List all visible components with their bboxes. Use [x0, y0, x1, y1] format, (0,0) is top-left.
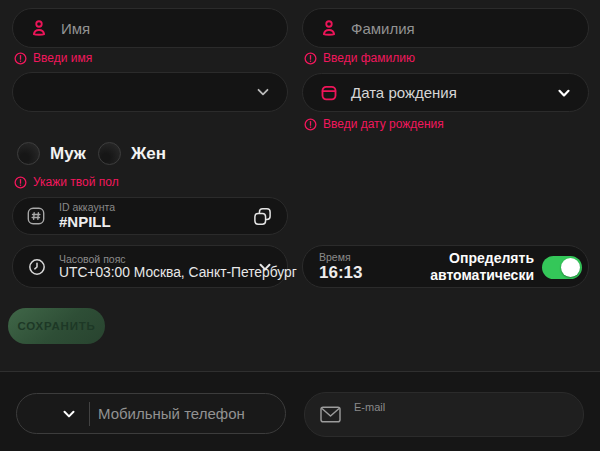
- chevron-down-icon[interactable]: [31, 406, 77, 422]
- first-name-error: Введи имя: [14, 51, 92, 65]
- birth-date-field[interactable]: Дата рождения: [302, 73, 589, 112]
- chevron-down-icon: [257, 259, 273, 275]
- auto-detect-toggle[interactable]: [542, 256, 582, 279]
- time-value: 16:13: [319, 263, 362, 283]
- person-icon: [29, 18, 49, 38]
- chevron-down-icon: [556, 85, 572, 101]
- email-input[interactable]: [354, 414, 569, 436]
- profile-settings-screen: Введи имя Введи фамилию: [0, 0, 600, 451]
- timezone-label: Часовой пояс: [59, 253, 257, 265]
- first-name-field[interactable]: [12, 8, 288, 48]
- contacts-section: E-mail: [0, 372, 600, 451]
- calendar-icon: [319, 83, 339, 103]
- last-name-error: Введи фамилию: [304, 51, 415, 65]
- save-button[interactable]: СОХРАНИТЬ: [8, 308, 105, 344]
- gender-option-male[interactable]: Муж: [17, 142, 86, 165]
- last-name-field[interactable]: [302, 8, 589, 48]
- alert-circle-icon: [304, 52, 317, 65]
- auto-detect-label: Определять автоматически: [406, 249, 534, 284]
- last-name-input[interactable]: [339, 20, 574, 37]
- radio-button-icon: [17, 142, 40, 165]
- last-name-error-text: Введи фамилию: [323, 51, 415, 65]
- gender-female-label: Жен: [131, 144, 166, 164]
- account-id-label: ID аккаунта: [59, 201, 252, 213]
- time-label: Время: [319, 251, 362, 263]
- phone-field[interactable]: [16, 393, 286, 434]
- gender-error-text: Укажи твой пол: [33, 175, 119, 189]
- time-field: Время 16:13 Определять автоматически: [302, 245, 589, 288]
- chevron-down-icon: [255, 84, 271, 100]
- gender-error: Укажи твой пол: [14, 175, 119, 189]
- email-field[interactable]: E-mail: [304, 392, 584, 437]
- copy-icon[interactable]: [252, 206, 273, 227]
- phone-input[interactable]: [98, 405, 271, 422]
- alert-circle-icon: [14, 52, 27, 65]
- empty-select-field[interactable]: [12, 72, 288, 112]
- timezone-field[interactable]: Часовой пояс UTC+03:00 Москва, Санкт-Пет…: [12, 245, 288, 288]
- email-label: E-mail: [354, 401, 569, 414]
- gender-male-label: Муж: [50, 144, 86, 164]
- hash-icon: [25, 205, 47, 227]
- first-name-input[interactable]: [49, 20, 273, 37]
- account-id-value: #NPILL: [59, 213, 252, 230]
- account-id-field: ID аккаунта #NPILL: [12, 197, 288, 235]
- toggle-knob: [561, 258, 580, 277]
- clock-icon: [27, 257, 47, 277]
- gender-option-female[interactable]: Жен: [98, 142, 166, 165]
- alert-circle-icon: [304, 118, 317, 131]
- mail-icon: [319, 405, 342, 424]
- radio-button-icon: [98, 142, 121, 165]
- field-divider: [89, 402, 90, 426]
- birth-date-placeholder: Дата рождения: [339, 84, 556, 101]
- first-name-error-text: Введи имя: [33, 51, 92, 65]
- alert-circle-icon: [14, 176, 27, 189]
- birth-date-error: Введи дату рождения: [304, 117, 444, 131]
- birth-date-error-text: Введи дату рождения: [323, 117, 444, 131]
- timezone-value: UTC+03:00 Москва, Санкт-Петербург: [59, 265, 257, 281]
- person-icon: [319, 18, 339, 38]
